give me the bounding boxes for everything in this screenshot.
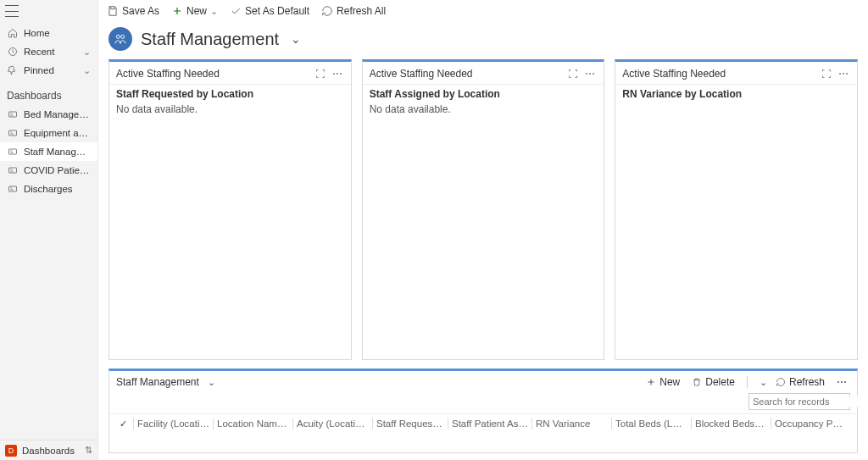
- cmd-set-default-label: Set As Default: [245, 5, 309, 17]
- card-rn-variance: Active Staffing Needed ⋯ RN Variance by …: [615, 59, 858, 360]
- dashboard-icon: [7, 127, 19, 139]
- card-nodata: [615, 102, 857, 105]
- select-all-checkbox[interactable]: ✓: [116, 418, 130, 430]
- col-acuity[interactable]: Acuity (Location): [297, 418, 369, 429]
- expand-collapse-icon: ⇅: [85, 445, 92, 456]
- dashboard-icon: [7, 164, 19, 176]
- more-icon[interactable]: ⋯: [331, 67, 344, 80]
- chevron-down-icon: ⌄: [83, 47, 91, 58]
- chevron-down-icon[interactable]: ⌄: [760, 377, 767, 388]
- cmd-new[interactable]: New ⌄: [171, 5, 218, 17]
- svg-rect-4: [9, 168, 17, 173]
- card-nodata: No data available.: [109, 102, 351, 117]
- card-subtitle: Staff Requested by Location: [109, 85, 351, 102]
- grid-title: Staff Management: [116, 376, 199, 388]
- svg-rect-1: [9, 112, 17, 117]
- sidebar-item-label: Equipment and Supply: [24, 128, 91, 138]
- entity-icon: [108, 27, 132, 51]
- expand-icon[interactable]: [566, 67, 580, 80]
- grid-new-button[interactable]: New: [643, 376, 683, 388]
- col-staff-requested[interactable]: Staff Requested: [376, 418, 444, 429]
- chevron-down-icon[interactable]: ⌄: [291, 32, 301, 46]
- more-icon[interactable]: ⋯: [837, 67, 850, 80]
- svg-point-6: [116, 35, 120, 38]
- sidebar-item-discharges[interactable]: Discharges: [0, 180, 97, 198]
- sidebar-item-staff-management[interactable]: Staff Management: [0, 142, 97, 161]
- sidebar-item-label: Staff Management: [24, 147, 91, 157]
- area-badge: D: [5, 445, 17, 457]
- cmd-refresh-all[interactable]: Refresh All: [321, 5, 386, 17]
- sidebar-item-equipment-supply[interactable]: Equipment and Supply: [0, 124, 97, 142]
- sidebar-item-label: Bed Management: [24, 109, 91, 119]
- grid-panel-staff-management: Staff Management ⌄ New Delete ⌄: [108, 369, 858, 453]
- home-icon: [7, 27, 19, 39]
- grid-new-label: New: [659, 376, 680, 388]
- col-facility[interactable]: Facility (Location): [137, 418, 209, 429]
- nav-recent[interactable]: Recent ⌄: [0, 42, 97, 61]
- command-bar: Save As New ⌄ Set As Default Refresh All: [98, 0, 868, 22]
- grid-delete-label: Delete: [705, 376, 735, 388]
- dashboard-icon: [7, 183, 19, 195]
- sidebar-item-label: COVID Patients: [24, 165, 91, 175]
- chevron-down-icon: ⌄: [83, 65, 91, 76]
- pin-icon: [7, 64, 19, 76]
- section-header-dashboards: Dashboards: [0, 81, 97, 105]
- divider: [747, 376, 748, 388]
- col-total-beds[interactable]: Total Beds (Locati...: [615, 418, 687, 429]
- nav-pinned[interactable]: Pinned ⌄: [0, 61, 97, 80]
- card-title: Active Staffing Needed: [622, 68, 816, 80]
- nav-home-label: Home: [24, 28, 91, 38]
- more-icon[interactable]: ⋯: [833, 376, 850, 388]
- card-title: Active Staffing Needed: [370, 68, 564, 80]
- sidebar-item-bed-management[interactable]: Bed Management: [0, 105, 97, 124]
- col-rn-variance[interactable]: RN Variance: [536, 418, 608, 429]
- grid-column-headers: ✓ Facility (Location) Location Name (L..…: [109, 413, 857, 433]
- search-input[interactable]: [749, 396, 868, 407]
- svg-rect-5: [9, 186, 17, 191]
- chevron-down-icon: ⌄: [210, 6, 218, 17]
- chevron-down-icon[interactable]: ⌄: [208, 377, 215, 388]
- dashboard-icon: [7, 108, 19, 120]
- area-switcher-dashboards[interactable]: D Dashboards ⇅: [0, 440, 97, 460]
- expand-icon[interactable]: [314, 67, 327, 80]
- cmd-save-as-label: Save As: [122, 5, 159, 17]
- card-nodata: No data available.: [363, 102, 604, 117]
- grid-refresh-button[interactable]: Refresh: [772, 376, 828, 388]
- nav-pinned-label: Pinned: [24, 65, 83, 75]
- cmd-set-default[interactable]: Set As Default: [230, 5, 309, 17]
- sidebar-item-label: Discharges: [24, 184, 91, 194]
- svg-rect-2: [9, 130, 17, 136]
- card-staff-assigned: Active Staffing Needed ⋯ Staff Assigned …: [362, 59, 605, 360]
- card-staff-requested: Active Staffing Needed ⋯ Staff Requested…: [108, 59, 352, 360]
- search-box[interactable]: [748, 393, 850, 410]
- nav-home[interactable]: Home: [0, 24, 97, 42]
- card-subtitle: RN Variance by Location: [615, 85, 857, 102]
- hamburger-icon[interactable]: [5, 5, 19, 17]
- nav-recent-label: Recent: [24, 47, 83, 57]
- col-staff-patient-assign[interactable]: Staff Patient Assign: [452, 418, 528, 429]
- area-label: Dashboards: [22, 446, 85, 456]
- cmd-refresh-all-label: Refresh All: [337, 5, 386, 17]
- expand-icon[interactable]: [820, 67, 833, 80]
- svg-point-7: [121, 35, 125, 38]
- grid-refresh-label: Refresh: [789, 376, 825, 388]
- svg-rect-3: [9, 149, 17, 154]
- col-occupancy[interactable]: Occupancy Percen...: [775, 418, 847, 429]
- dashboard-icon: [7, 146, 19, 158]
- grid-delete-button[interactable]: Delete: [688, 376, 738, 388]
- col-location-name[interactable]: Location Name (L...: [217, 418, 289, 429]
- card-subtitle: Staff Assigned by Location: [363, 85, 604, 102]
- cmd-save-as[interactable]: Save As: [107, 5, 159, 17]
- card-title: Active Staffing Needed: [116, 68, 310, 80]
- sidebar-item-covid-patients[interactable]: COVID Patients: [0, 161, 97, 180]
- clock-icon: [7, 46, 19, 58]
- more-icon[interactable]: ⋯: [583, 67, 597, 80]
- page-title: Staff Management: [141, 30, 279, 49]
- col-blocked-beds[interactable]: Blocked Beds (Loc...: [695, 418, 767, 429]
- cmd-new-label: New: [186, 5, 207, 17]
